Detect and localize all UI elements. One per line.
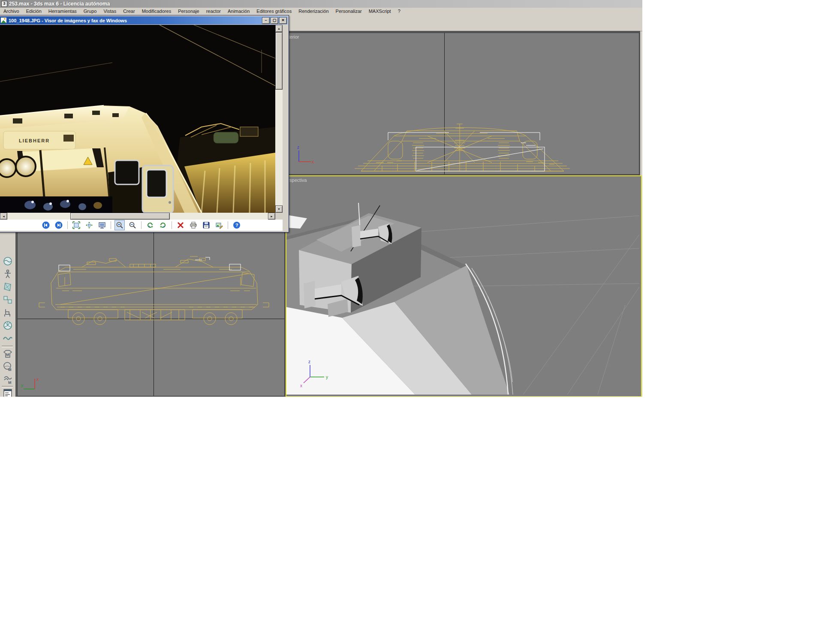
- app-title: 253.max - 3ds max 6 - Licencia autónoma: [9, 1, 110, 7]
- svg-text:M: M: [6, 353, 9, 357]
- side-axis-tripod: y x: [21, 377, 39, 389]
- delete-button[interactable]: [175, 220, 186, 230]
- menu-personalizar[interactable]: Personalizar: [332, 9, 365, 14]
- scroll-up-button[interactable]: ▲: [275, 25, 283, 32]
- zoom-in-button[interactable]: [114, 220, 125, 230]
- viewer-toolbar-separator: [67, 221, 68, 229]
- menu-vistas[interactable]: Vistas: [100, 9, 120, 14]
- hscroll-thumb[interactable]: [70, 213, 170, 220]
- menu-crear[interactable]: Crear: [120, 9, 138, 14]
- scroll-right-button[interactable]: ►: [268, 213, 275, 220]
- constraint-solver-icon[interactable]: [2, 294, 14, 305]
- viewer-toolbar-separator: [228, 221, 228, 229]
- app-menubar: Archivo Edición Herramientas Grupo Vista…: [0, 8, 642, 15]
- viewer-toolbar-separator: [111, 221, 111, 229]
- svg-text:M: M: [8, 368, 12, 372]
- menu-help[interactable]: ?: [394, 9, 404, 14]
- viewer-toolbar-separator: [172, 221, 172, 229]
- apply-softbody-modifier-icon[interactable]: M: [2, 361, 14, 372]
- max-app-icon: 3: [1, 1, 7, 7]
- deforming-mesh-icon[interactable]: [2, 281, 14, 292]
- viewer-title: 100_1948.JPG - Visor de imágenes y fax d…: [9, 18, 262, 23]
- print-button[interactable]: [188, 220, 199, 230]
- best-fit-button[interactable]: [71, 220, 81, 230]
- menu-modificadores[interactable]: Modificadores: [138, 9, 175, 14]
- svg-text:x: x: [300, 383, 302, 388]
- front-wireframe: z x: [286, 33, 639, 174]
- svg-text:z: z: [308, 359, 310, 364]
- help-button[interactable]: ?: [232, 220, 242, 230]
- viewer-hscrollbar[interactable]: ◄ ►: [0, 213, 275, 220]
- reactor-separator: [2, 346, 13, 347]
- scroll-down-button[interactable]: ▼: [275, 205, 283, 213]
- perspective-shaded-view: z y x: [286, 176, 639, 395]
- headlight: [0, 159, 16, 177]
- maximize-button[interactable]: ▢: [271, 17, 278, 24]
- menu-herramientas[interactable]: Herramientas: [45, 9, 80, 14]
- close-button[interactable]: ✕: [279, 17, 287, 24]
- viewport-perspective[interactable]: Perspectiva: [286, 175, 642, 397]
- edit-image-button[interactable]: [214, 220, 224, 230]
- scroll-left-button[interactable]: ◄: [0, 213, 7, 220]
- image-viewer-window[interactable]: 100_1948.JPG - Visor de imágenes y fax d…: [0, 15, 289, 232]
- viewport-front[interactable]: Anterior: [286, 33, 639, 175]
- create-water-icon[interactable]: [2, 256, 14, 267]
- svg-text:y: y: [326, 375, 328, 380]
- menu-reactor[interactable]: reactor: [203, 9, 224, 14]
- svg-text:?: ?: [235, 223, 238, 228]
- open-property-editor-icon[interactable]: [2, 388, 14, 397]
- headlight: [16, 157, 36, 176]
- menu-archivo[interactable]: Archivo: [0, 9, 23, 14]
- menu-edicion[interactable]: Edición: [23, 9, 45, 14]
- apply-rope-modifier-icon[interactable]: M: [2, 374, 14, 385]
- rotate-counterclockwise-button[interactable]: [145, 220, 155, 230]
- scrollbar-corner: [275, 213, 283, 220]
- svg-text:x: x: [36, 377, 39, 382]
- slideshow-button[interactable]: [97, 220, 107, 230]
- ragdoll-icon[interactable]: [2, 307, 14, 318]
- menu-editores-graficos[interactable]: Editores gráficos: [253, 9, 295, 14]
- menu-animacion[interactable]: Animación: [224, 9, 253, 14]
- create-dummy-icon[interactable]: [2, 268, 14, 280]
- front-axis-tripod: z x: [297, 145, 314, 164]
- viewer-app-icon: [0, 17, 7, 24]
- viewer-toolbar-separator: [141, 221, 142, 229]
- menu-personaje[interactable]: Personaje: [175, 9, 203, 14]
- minimize-button[interactable]: –: [262, 17, 270, 24]
- liebherr-logo-text: LIEBHERR: [19, 138, 50, 143]
- viewer-vscrollbar[interactable]: ▲ ▼: [275, 25, 283, 213]
- viewer-titlebar[interactable]: 100_1948.JPG - Visor de imágenes y fax d…: [0, 16, 288, 24]
- svg-text:M: M: [8, 380, 12, 385]
- zoom-out-button[interactable]: [127, 220, 138, 230]
- menu-grupo[interactable]: Grupo: [80, 9, 100, 14]
- svg-text:y: y: [21, 383, 23, 388]
- rope-collection-icon[interactable]: [2, 333, 14, 344]
- rotate-clockwise-button[interactable]: [158, 220, 168, 230]
- cab-side-window: [115, 160, 139, 184]
- menu-renderizacion[interactable]: Renderización: [295, 9, 332, 14]
- menu-maxscript[interactable]: MAXScript: [365, 9, 394, 14]
- previous-image-button[interactable]: [41, 220, 51, 230]
- photo-canvas[interactable]: LIEBHERR: [0, 25, 275, 213]
- toy-car-wheel-icon[interactable]: [2, 320, 14, 331]
- actual-size-button[interactable]: [84, 220, 94, 230]
- vscroll-thumb[interactable]: [275, 32, 283, 90]
- apply-cloth-modifier-icon[interactable]: M: [2, 348, 14, 359]
- night-locomotive-photo: LIEBHERR: [0, 25, 275, 213]
- viewer-toolbar: ?: [0, 220, 283, 231]
- svg-text:x: x: [312, 160, 314, 164]
- save-button[interactable]: [201, 220, 211, 230]
- screen: 3 253.max - 3ds max 6 - Licencia autónom…: [0, 0, 840, 630]
- app-titlebar[interactable]: 3 253.max - 3ds max 6 - Licencia autónom…: [0, 0, 642, 8]
- next-image-button[interactable]: [54, 220, 64, 230]
- svg-text:z: z: [297, 145, 299, 150]
- max-app-window: 3 253.max - 3ds max 6 - Licencia autónom…: [0, 0, 642, 397]
